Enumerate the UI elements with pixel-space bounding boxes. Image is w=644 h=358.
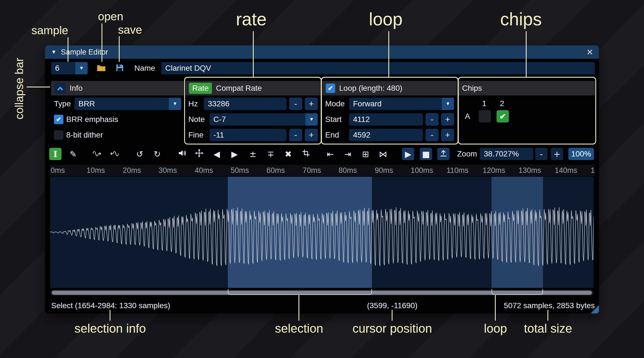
loop-section: ✔ Loop (length: 480) Mode Forward ▼ Star… <box>322 81 457 144</box>
ruler-label: 40ms <box>195 165 213 176</box>
bowtie-filter-icon: ⋈ <box>379 149 387 159</box>
sample-number-select[interactable]: 6 ▼ <box>51 62 88 74</box>
ruler-label: 130ms <box>519 165 541 176</box>
ruler-label: 50ms <box>231 165 249 176</box>
chevron-down-icon[interactable]: ▼ <box>75 62 88 74</box>
close-icon[interactable]: ✕ <box>586 45 593 59</box>
loop-mode-select[interactable]: Forward ▼ <box>349 98 454 110</box>
zoom-reset-button[interactable]: 100% <box>568 148 594 160</box>
fine-plus-button[interactable]: + <box>305 129 318 141</box>
zoom-input[interactable] <box>480 148 533 160</box>
resample-button[interactable] <box>91 148 103 160</box>
window-collapse-icon[interactable]: ▼ <box>51 49 56 55</box>
loop-enable-checkbox[interactable]: ✔ <box>326 84 335 93</box>
hz-label: Hz <box>188 99 201 108</box>
chips-section-title: Chips <box>462 84 482 93</box>
insert-silence-button[interactable]: ⇤ <box>324 148 336 160</box>
chevron-up-icon <box>57 87 63 92</box>
chevron-down-icon[interactable]: ▼ <box>305 113 318 126</box>
plus-minus-icon: ± <box>249 149 256 159</box>
redo-button[interactable]: ↻ <box>151 148 163 160</box>
collapse-info-button[interactable] <box>55 83 66 94</box>
chips-column-1: 1 <box>482 99 497 108</box>
info-section: Info Type BRR ▼ ✔ BRR emphasis ✔ 8-bi <box>51 81 184 144</box>
waveform-canvas[interactable] <box>50 177 594 288</box>
annotation-save: save <box>118 23 142 36</box>
loop-end-plus-button[interactable]: + <box>441 129 454 141</box>
upload-icon <box>440 149 447 159</box>
loop-start-minus-button[interactable]: - <box>426 113 438 126</box>
fine-minus-button[interactable]: - <box>289 129 302 141</box>
zoom-label: Zoom <box>457 147 477 161</box>
waveform-scrollbar[interactable] <box>50 290 594 296</box>
apply-silence-button[interactable]: ⇥ <box>342 148 354 160</box>
x-cross-icon: ✖ <box>285 149 292 159</box>
play-icon: ▶ <box>405 149 411 159</box>
chips-row-label: A <box>465 112 479 121</box>
fade-out-button[interactable]: ∓ <box>265 148 277 160</box>
create-instrument-button[interactable] <box>437 148 450 160</box>
hz-minus-button[interactable]: - <box>289 98 302 110</box>
ruler-label: 140ms <box>555 165 577 176</box>
loop-end-input[interactable] <box>349 129 423 141</box>
loop-start-label: Start <box>325 115 346 124</box>
timeline-ruler[interactable]: 0ms 10ms 20ms 30ms 40ms 50ms 60ms 70ms 8… <box>50 165 595 176</box>
triangle-left-icon: ◀ <box>213 149 220 159</box>
loop-mode-value: Forward <box>349 99 442 108</box>
name-input[interactable] <box>161 62 595 74</box>
ruler-label: 60ms <box>267 165 285 176</box>
loop-start-plus-button[interactable]: + <box>441 113 454 126</box>
annotation-open: open <box>98 10 123 23</box>
window-titlebar[interactable]: ▼ Sample Editor ✕ <box>45 45 599 59</box>
ruler-label: 10ms <box>87 165 105 176</box>
window-title: Sample Editor <box>61 48 108 57</box>
chip-2-checkbox[interactable]: ✔ <box>497 110 509 122</box>
brr-emphasis-checkbox[interactable]: ✔ <box>54 115 63 124</box>
chevron-down-icon[interactable]: ▼ <box>169 98 181 110</box>
preview-button[interactable]: ▶ <box>402 148 414 160</box>
annotation-loop: loop <box>369 9 403 30</box>
note-select[interactable]: C-7 ▼ <box>209 113 318 126</box>
sample-editor-window: ▼ Sample Editor ✕ 6 ▼ Name Info <box>45 45 599 313</box>
dither-checkbox[interactable]: ✔ <box>54 130 63 140</box>
chevron-down-icon[interactable]: ▼ <box>442 98 454 110</box>
invert-button[interactable]: ▶ <box>228 148 241 160</box>
select-tool-button[interactable]: I <box>49 148 61 160</box>
ruler-label: 100ms <box>411 165 433 176</box>
amplify-button[interactable] <box>176 148 188 160</box>
crop-icon <box>302 149 310 159</box>
hz-plus-button[interactable]: + <box>305 98 318 110</box>
annotation-chips: chips <box>500 9 542 30</box>
move-arrows-icon <box>195 149 203 159</box>
resize-grip[interactable] <box>591 305 599 313</box>
loop-start-input[interactable] <box>349 113 423 126</box>
zoom-in-button[interactable]: + <box>551 148 563 160</box>
draw-tool-button[interactable]: ✎ <box>67 148 79 160</box>
scrollbar-thumb[interactable] <box>52 291 592 295</box>
zoom-out-button[interactable]: - <box>535 148 547 160</box>
fine-input[interactable] <box>209 129 287 141</box>
sample-number-value: 6 <box>51 64 75 73</box>
open-button[interactable] <box>95 62 108 75</box>
trim-button[interactable] <box>300 148 312 160</box>
filter-button[interactable]: ⋈ <box>377 148 389 160</box>
chips-grid: 1 2 A ✔ ✔ <box>462 98 592 123</box>
chip-1-checkbox[interactable]: ✔ <box>479 110 491 122</box>
rate-badge: Rate <box>189 83 212 94</box>
stop-preview-button[interactable]: ■ <box>420 148 432 160</box>
type-select[interactable]: BRR ▼ <box>75 98 181 110</box>
loop-end-minus-button[interactable]: - <box>426 129 438 141</box>
hz-input[interactable] <box>204 98 287 110</box>
ruler-label: 20ms <box>123 165 141 176</box>
silence-button[interactable]: ✖ <box>282 148 294 160</box>
fade-in-button[interactable]: ± <box>247 148 259 160</box>
adjust-button[interactable]: ⊞ <box>359 148 372 160</box>
wavetable-button[interactable] <box>108 148 121 160</box>
reverse-button[interactable]: ◀ <box>211 148 223 160</box>
floppy-disk-icon <box>116 64 124 73</box>
resize-button[interactable] <box>193 148 205 160</box>
check-icon: ✔ <box>499 112 506 121</box>
undo-button[interactable]: ↺ <box>134 148 146 160</box>
undo-icon: ↺ <box>136 149 143 159</box>
save-button[interactable] <box>113 62 126 75</box>
